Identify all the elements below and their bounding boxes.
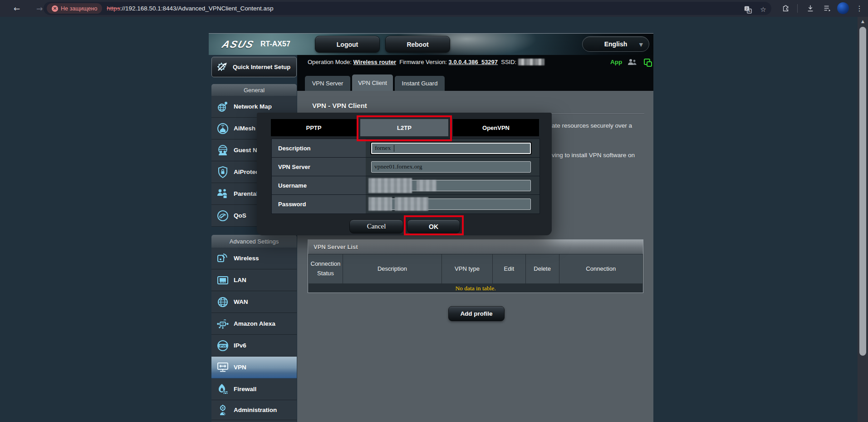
operation-mode-label: Operation Mode: bbox=[308, 59, 352, 65]
password-label: Password bbox=[272, 195, 366, 213]
menu-kebab-icon[interactable]: ⋮ bbox=[853, 2, 865, 14]
sidebar-item-firewall[interactable]: Firewall bbox=[211, 378, 297, 400]
operation-mode-value[interactable]: Wireless router bbox=[353, 59, 396, 65]
username-label: Username bbox=[272, 176, 366, 194]
text-caret bbox=[394, 145, 394, 152]
screen: ← → ⟳ ✕ Не защищено https://192.168.50.1… bbox=[0, 0, 868, 422]
sidebar-item-ipv6[interactable]: IPV6 IPv6 bbox=[211, 335, 297, 357]
sidebar-item-partial[interactable] bbox=[211, 420, 297, 422]
bookmark-star-icon[interactable]: ☆ bbox=[758, 4, 769, 15]
add-profile-button[interactable]: Add profile bbox=[448, 306, 505, 321]
security-chip[interactable]: ✕ Не защищено bbox=[47, 3, 102, 14]
logout-button[interactable]: Logout bbox=[315, 36, 380, 53]
wan-icon bbox=[216, 295, 230, 309]
advanced-settings-header: Advanced Settings bbox=[211, 235, 297, 248]
language-dropdown[interactable]: English ▼ bbox=[582, 36, 649, 52]
qos-icon bbox=[216, 209, 230, 223]
firewall-icon bbox=[216, 382, 230, 396]
sidebar-item-label: LAN bbox=[234, 277, 246, 283]
chevron-down-icon: ▼ bbox=[639, 42, 643, 48]
table-header-row: Connection Status Description VPN type E… bbox=[308, 254, 643, 284]
ipv6-icon: IPV6 bbox=[216, 339, 230, 352]
sidebar-item-label: QoS bbox=[234, 212, 246, 219]
guest-network-icon bbox=[216, 144, 230, 157]
password-redacted bbox=[395, 197, 428, 211]
tab-list-icon[interactable] bbox=[821, 2, 833, 14]
amazon-alexa-icon bbox=[216, 317, 230, 331]
username-redacted bbox=[417, 180, 436, 191]
toolbar-separator bbox=[797, 4, 798, 13]
tab-instant-guard[interactable]: Instant Guard bbox=[395, 76, 445, 91]
browser-toolbar: ← → ⟳ ✕ Не защищено https://192.168.50.1… bbox=[0, 0, 868, 17]
sidebar-item-label: Amazon Alexa bbox=[234, 320, 275, 327]
sidebar-item-label: WAN bbox=[234, 298, 248, 305]
description-fragment-2: ving to install VPN software on bbox=[552, 152, 655, 159]
sidebar-advanced: Advanced Settings Wireless LAN WAN Amazo… bbox=[211, 235, 297, 422]
form-row-vpn-server: VPN Server bbox=[272, 158, 539, 176]
tab-vpn-client[interactable]: VPN Client bbox=[352, 74, 393, 91]
vpn-profile-dialog: PPTP L2TP OpenVPN Description VPN Server… bbox=[257, 113, 552, 235]
sidebar-item-wan[interactable]: WAN bbox=[211, 291, 297, 313]
modal-tab-openvpn[interactable]: OpenVPN bbox=[453, 119, 539, 136]
quick-internet-setup-button[interactable]: Quick Internet Setup bbox=[211, 57, 297, 77]
ok-button[interactable]: OK bbox=[407, 219, 460, 233]
description-fragment-1: ate resources securely over a bbox=[552, 122, 655, 129]
modal-tab-pptp[interactable]: PPTP bbox=[271, 119, 357, 136]
router-status-line: Operation Mode: Wireless router Firmware… bbox=[308, 59, 544, 65]
ssid-redacted bbox=[518, 59, 544, 65]
parental-controls-icon bbox=[216, 187, 230, 201]
security-chip-label: Не защищено bbox=[61, 5, 97, 12]
cancel-button[interactable]: Cancel bbox=[349, 219, 403, 233]
sidebar-item-lan[interactable]: LAN bbox=[211, 269, 297, 291]
aimesh-icon bbox=[216, 122, 230, 135]
sidebar-item-label: AiMesh bbox=[234, 125, 255, 132]
extensions-icon[interactable] bbox=[780, 2, 792, 14]
router-header: ASUS RT-AX57 Logout Reboot English ▼ bbox=[209, 33, 653, 55]
url-scheme: https bbox=[107, 5, 120, 12]
firmware-label: Firmware Version: bbox=[399, 59, 447, 65]
reboot-button[interactable]: Reboot bbox=[385, 36, 450, 53]
asus-logo: ASUS bbox=[221, 39, 256, 50]
sidebar-item-amazon-alexa[interactable]: Amazon Alexa bbox=[211, 313, 297, 335]
administration-icon bbox=[216, 403, 230, 417]
firmware-value[interactable]: 3.0.0.4.386_53297 bbox=[449, 59, 498, 65]
form-row-username: Username bbox=[272, 176, 539, 195]
page-scrollbar[interactable]: ▲ bbox=[858, 17, 868, 422]
general-header: General bbox=[211, 84, 297, 96]
description-label: Description bbox=[272, 139, 366, 157]
info-bar: Operation Mode: Wireless router Firmware… bbox=[297, 55, 653, 91]
address-bar[interactable]: ✕ Не защищено https://192.168.50.1:8443/… bbox=[44, 2, 771, 15]
scrollbar-up-icon[interactable]: ▲ bbox=[858, 17, 868, 26]
tab-vpn-server[interactable]: VPN Server bbox=[305, 76, 350, 91]
sidebar-item-label: Firewall bbox=[234, 386, 256, 392]
col-vpn-type: VPN type bbox=[441, 254, 492, 284]
col-connection-status: Connection Status bbox=[308, 254, 343, 284]
vpn-server-input[interactable] bbox=[371, 161, 531, 173]
url-rest: ://192.168.50.1:8443/Advanced_VPNClient_… bbox=[120, 5, 274, 12]
router-model: RT-AX57 bbox=[260, 40, 290, 48]
vpn-server-label: VPN Server bbox=[272, 158, 366, 176]
svg-text:A: A bbox=[748, 10, 750, 13]
vpn-profile-form: Description VPN Server Username bbox=[271, 139, 540, 214]
app-link[interactable]: App bbox=[610, 59, 622, 65]
sidebar-item-vpn[interactable]: VPN bbox=[211, 357, 297, 378]
modal-tab-l2tp[interactable]: L2TP bbox=[360, 119, 448, 136]
description-input[interactable] bbox=[371, 143, 531, 154]
sidebar-item-label: Administration bbox=[234, 407, 277, 413]
scrollbar-thumb[interactable] bbox=[859, 27, 866, 356]
back-icon[interactable]: ← bbox=[10, 2, 24, 15]
sidebar-item-label: Wireless bbox=[234, 255, 259, 262]
translate-icon[interactable]: 文A bbox=[742, 4, 753, 15]
form-row-password: Password bbox=[272, 195, 539, 213]
network-map-icon bbox=[216, 100, 230, 114]
qis-label: Quick Internet Setup bbox=[233, 64, 290, 70]
downloads-icon[interactable] bbox=[804, 2, 816, 14]
table-empty-row: No data in table. bbox=[308, 284, 643, 293]
wireless-icon bbox=[216, 252, 230, 265]
sidebar-item-label: VPN bbox=[234, 364, 246, 371]
sidebar-item-administration[interactable]: Administration bbox=[211, 400, 297, 420]
sidebar-item-wireless[interactable]: Wireless bbox=[211, 248, 297, 269]
profile-avatar[interactable] bbox=[837, 2, 849, 14]
device-sync-icon[interactable] bbox=[643, 58, 653, 70]
clients-icon[interactable] bbox=[627, 58, 638, 69]
